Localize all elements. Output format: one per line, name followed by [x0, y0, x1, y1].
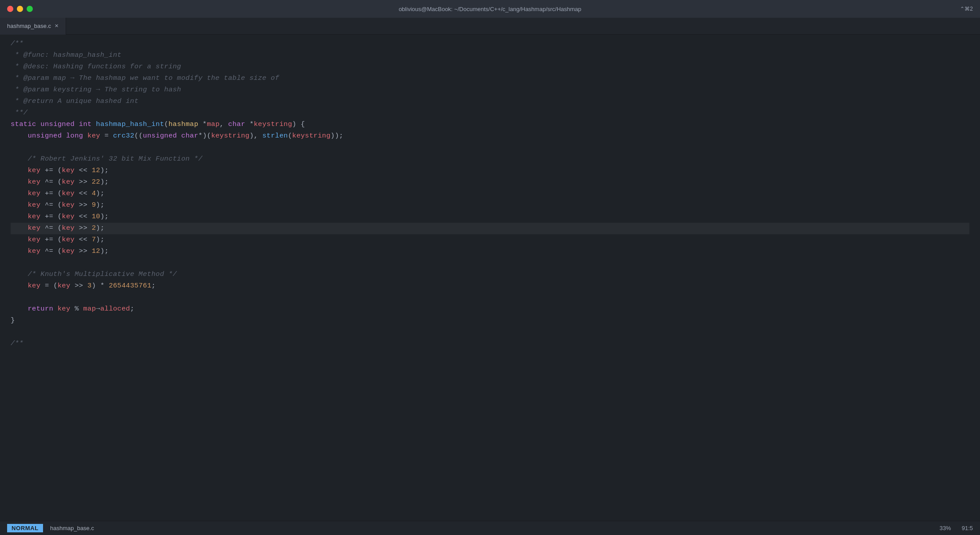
scroll-percent: 33% — [940, 525, 951, 531]
close-button[interactable] — [7, 6, 13, 12]
code-line-14: key += (key << 4); — [11, 188, 969, 200]
window-title: oblivious@MacBook: ~/Documents/C++/c_lan… — [399, 6, 582, 12]
code-container: /** * @func: hashmap_hash_int * @desc: H… — [0, 38, 980, 517]
tab-hashmap-base[interactable]: hashmap_base.c ✕ — [0, 18, 66, 35]
status-filename: hashmap_base.c — [50, 525, 94, 531]
code-line-27: /** — [11, 338, 969, 350]
terminal-window: oblivious@MacBook: ~/Documents/C++/c_lan… — [0, 0, 980, 535]
editor-area[interactable]: /** * @func: hashmap_hash_int * @desc: H… — [0, 35, 980, 521]
vim-mode-badge: NORMAL — [7, 524, 43, 532]
tab-label: hashmap_base.c — [7, 23, 51, 29]
status-left: NORMAL hashmap_base.c — [7, 524, 94, 532]
code-line-25: } — [11, 315, 969, 327]
code-line-1: /** — [11, 38, 969, 50]
code-line-5: * @param keystring → The string to hash — [11, 84, 969, 96]
code-line-15: key ^= (key >> 9); — [11, 200, 969, 211]
code-line-23 — [11, 292, 969, 303]
code-line-26 — [11, 327, 969, 338]
code-line-6: * @return A unique hashed int — [11, 96, 969, 107]
code-line-2: * @func: hashmap_hash_int — [11, 50, 969, 61]
minimize-button[interactable] — [17, 6, 23, 12]
cursor-position: 91:5 — [962, 525, 973, 531]
title-bar: oblivious@MacBook: ~/Documents/C++/c_lan… — [0, 0, 980, 18]
status-right: 33% 91:5 — [940, 525, 973, 531]
code-line-17: key ^= (key >> 2); — [11, 223, 969, 234]
tab-close-icon[interactable]: ✕ — [55, 23, 59, 29]
code-line-11: /* Robert Jenkins' 32 bit Mix Function *… — [11, 153, 969, 165]
code-line-3: * @desc: Hashing functions for a string — [11, 61, 969, 73]
code-line-24: return key % map→alloced; — [11, 303, 969, 315]
code-line-7: **/ — [11, 107, 969, 119]
code-line-21: /* Knuth's Multiplicative Method */ — [11, 269, 969, 280]
code-line-9: unsigned long key = crc32((unsigned char… — [11, 130, 969, 142]
code-line-18: key += (key << 7); — [11, 234, 969, 246]
code-line-4: * @param map → The hashmap we want to mo… — [11, 73, 969, 84]
code-line-22: key = (key >> 3) * 2654435761; — [11, 280, 969, 292]
code-line-10 — [11, 142, 969, 153]
tab-bar: hashmap_base.c ✕ — [0, 18, 980, 35]
code-line-13: key ^= (key >> 22); — [11, 177, 969, 188]
code-line-20 — [11, 257, 969, 269]
maximize-button[interactable] — [27, 6, 33, 12]
status-bar: NORMAL hashmap_base.c 33% 91:5 — [0, 521, 980, 535]
code-line-16: key += (key << 10); — [11, 211, 969, 223]
code-line-12: key += (key << 12); — [11, 165, 969, 177]
shortcut-indicator: ⌃⌘2 — [960, 6, 973, 12]
traffic-lights — [7, 6, 33, 12]
code-line-19: key ^= (key >> 12); — [11, 246, 969, 257]
code-line-8: static unsigned int hashmap_hash_int(has… — [11, 119, 969, 130]
